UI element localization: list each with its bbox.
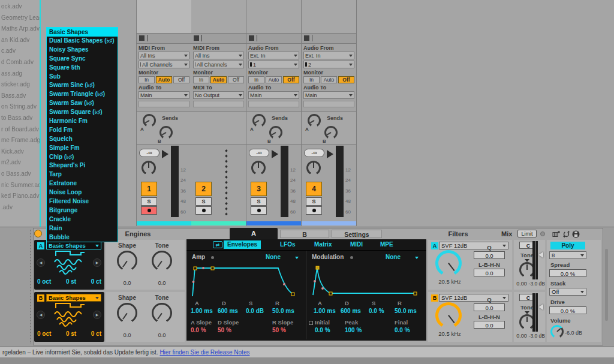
- filter-a-toggle[interactable]: A: [431, 242, 438, 249]
- clip-stop-icon[interactable]: [139, 35, 145, 41]
- menu-item[interactable]: Fold Fm: [47, 126, 118, 135]
- hot-swap-icon[interactable]: [562, 230, 570, 237]
- browser-file[interactable]: on String.adv: [0, 101, 40, 113]
- monitor-in-button[interactable]: In: [303, 76, 320, 83]
- menu-item[interactable]: Tarp: [47, 170, 118, 179]
- menu-item[interactable]: Bitgrunge: [47, 206, 118, 215]
- menu-item[interactable]: Extratone: [47, 179, 118, 188]
- browser-file[interactable]: me Frame.adg: [0, 135, 40, 146]
- menu-item[interactable]: Simple Fm: [47, 144, 118, 153]
- amp-r-slope-value[interactable]: 50 %: [272, 327, 286, 333]
- send-b-knob[interactable]: [159, 126, 173, 139]
- osc-b-octave[interactable]: 0 oct: [37, 330, 51, 337]
- menu-item[interactable]: Swarm Triangle (♭♯): [47, 90, 118, 99]
- browser-file[interactable]: an Kid.adv: [0, 35, 40, 46]
- monitor-in-button[interactable]: In: [248, 76, 264, 83]
- release-notes-link[interactable]: Hier finden Sie die Release Notes: [159, 349, 249, 356]
- menu-item-selected[interactable]: Basic Shapes: [47, 28, 118, 37]
- filter-a-freq-knob[interactable]: [435, 250, 462, 276]
- browser-file[interactable]: to Bass.adv: [0, 113, 40, 124]
- amp-decay-value[interactable]: 600 ms: [218, 308, 238, 314]
- solo-button[interactable]: S: [141, 197, 157, 206]
- poly-mode-button[interactable]: Poly: [550, 242, 585, 249]
- clip-slot-area[interactable]: [302, 0, 356, 34]
- mod-sustain-value[interactable]: 0.0 %: [369, 308, 384, 314]
- amp-envelope-graph[interactable]: [188, 263, 303, 297]
- clip-stop-row[interactable]: [302, 34, 356, 44]
- send-a-knob[interactable]: [252, 114, 266, 127]
- clip-stop-icon[interactable]: [194, 35, 199, 41]
- save-preset-icon[interactable]: [572, 230, 580, 237]
- clip-slot-area[interactable]: [191, 0, 246, 34]
- monitor-auto-button[interactable]: Auto: [266, 76, 282, 83]
- input-type-select[interactable]: Ext. In: [303, 52, 354, 59]
- tab-midi[interactable]: MIDI: [350, 241, 363, 248]
- browser-file[interactable]: .adv: [0, 202, 40, 213]
- browser-file[interactable]: Bass.adv: [0, 91, 40, 102]
- level-meter[interactable]: [281, 146, 288, 217]
- tab-lfos[interactable]: LFOs: [280, 241, 296, 248]
- menu-item[interactable]: Crackle: [47, 215, 118, 224]
- menu-item[interactable]: Chip (♭♯): [47, 153, 118, 162]
- menu-item[interactable]: Squelch: [47, 135, 118, 144]
- menu-item[interactable]: Swarm Sine (♭♯): [47, 81, 118, 90]
- menu-item[interactable]: Noisy Shapes: [47, 46, 118, 55]
- clip-stop-row[interactable]: [246, 34, 301, 44]
- input-channel-select[interactable]: All Channels: [193, 61, 244, 68]
- amp-a-slope-value[interactable]: 0.0 %: [191, 327, 206, 333]
- menu-item[interactable]: Square Sync: [47, 55, 118, 64]
- browser-file[interactable]: Maths Arp.adv: [0, 23, 40, 35]
- tab-a[interactable]: A: [230, 228, 278, 239]
- track-number[interactable]: 2: [195, 182, 212, 196]
- menu-item[interactable]: Bubble: [47, 233, 118, 242]
- monitor-off-button[interactable]: Off: [283, 76, 299, 83]
- menu-item[interactable]: Swarm Saw (♭♯): [47, 99, 118, 108]
- monitor-off-button[interactable]: Off: [173, 76, 189, 83]
- output-select[interactable]: No Output: [193, 91, 244, 99]
- mod-envelope-graph[interactable]: [308, 263, 423, 297]
- osc-b-cents[interactable]: 0 ct: [91, 330, 101, 337]
- menu-item[interactable]: Dual Basic Shapes (♭♯): [47, 37, 118, 46]
- menu-item[interactable]: Square 5th: [47, 64, 118, 73]
- arm-button[interactable]: [195, 206, 212, 215]
- limit-button[interactable]: Limit: [517, 230, 537, 237]
- osc-a-prev-button[interactable]: ◀: [37, 258, 45, 267]
- tab-matrix[interactable]: Matrix: [314, 241, 332, 248]
- output-select[interactable]: Main: [139, 91, 189, 99]
- monitor-auto-button[interactable]: Auto: [156, 76, 172, 83]
- tab-envelopes[interactable]: Envelopes: [224, 240, 261, 249]
- clip-slot-area[interactable]: [137, 0, 191, 34]
- browser-file[interactable]: r of Board.adv: [0, 124, 40, 136]
- solo-button[interactable]: S: [306, 197, 322, 206]
- input-channel-select[interactable]: 2: [303, 61, 354, 68]
- mod-env-target-select[interactable]: None: [386, 254, 401, 260]
- input-channel-select[interactable]: All Channels: [139, 61, 189, 68]
- menu-item[interactable]: Noise Loop: [47, 188, 118, 197]
- osc-b-semitone[interactable]: 0 st: [66, 330, 76, 337]
- initial-checkbox[interactable]: [309, 321, 313, 325]
- menu-item[interactable]: Filtered Noise: [47, 197, 118, 206]
- volume-knob[interactable]: [550, 325, 564, 338]
- monitor-in-button[interactable]: In: [139, 76, 155, 83]
- menu-item[interactable]: Harmonic Fm: [47, 117, 118, 126]
- amp-attack-value[interactable]: 1.00 ms: [191, 308, 213, 314]
- menu-item[interactable]: Rain: [47, 224, 118, 233]
- arm-button[interactable]: [306, 206, 322, 215]
- level-meter[interactable]: [336, 146, 344, 217]
- solo-button[interactable]: S: [251, 197, 267, 206]
- mod-final-value[interactable]: 0.0 %: [395, 327, 410, 333]
- stack-select[interactable]: Off: [549, 288, 586, 296]
- browser-file[interactable]: ass.adg: [0, 68, 40, 80]
- browser-file[interactable]: Kick.adv: [0, 146, 40, 158]
- filter-a-morph-value[interactable]: 0.0: [474, 269, 505, 276]
- filter-a-q-value[interactable]: 0.0: [474, 251, 505, 259]
- browser-file[interactable]: ked Piano.adv: [0, 191, 40, 202]
- volume-value-pill[interactable]: -∞: [304, 149, 324, 157]
- mod-release-value[interactable]: 50.0 ms: [395, 308, 417, 314]
- pan-knob[interactable]: [306, 161, 321, 175]
- mod-peak-value[interactable]: 100 %: [345, 327, 362, 333]
- voices-select[interactable]: 8: [549, 251, 586, 259]
- amp-d-slope-value[interactable]: 50 %: [218, 327, 231, 333]
- tab-mpe[interactable]: MPE: [380, 241, 393, 248]
- tab-b[interactable]: B: [280, 230, 329, 238]
